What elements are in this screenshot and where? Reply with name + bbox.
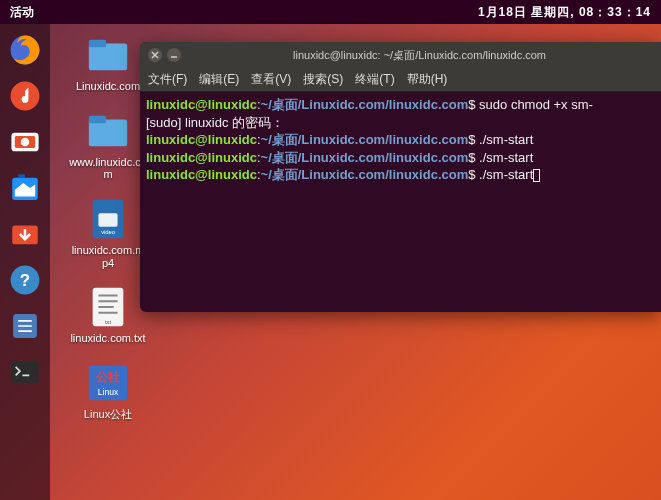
text-file-icon: txt bbox=[85, 284, 131, 330]
menu-search[interactable]: 搜索(S) bbox=[303, 71, 343, 88]
camera-icon[interactable] bbox=[5, 122, 45, 162]
svg-text:公社: 公社 bbox=[95, 370, 120, 383]
svg-rect-16 bbox=[98, 213, 117, 226]
todo-icon[interactable] bbox=[5, 306, 45, 346]
icon-label: linuxidc.com.txt bbox=[70, 332, 145, 345]
menu-terminal[interactable]: 终端(T) bbox=[355, 71, 394, 88]
menu-file[interactable]: 文件(F) bbox=[148, 71, 187, 88]
software-icon[interactable] bbox=[5, 214, 45, 254]
desktop-file-mp4[interactable]: video linuxidc.com.mp4 bbox=[68, 196, 148, 269]
top-bar: 活动 1月18日 星期四, 08：33：14 bbox=[0, 0, 661, 24]
terminal-line: linuxidc@linuxidc:~/桌面/Linuxidc.com/linu… bbox=[146, 131, 655, 149]
clock[interactable]: 1月18日 星期四, 08：33：14 bbox=[478, 4, 651, 21]
files-icon[interactable] bbox=[5, 168, 45, 208]
svg-rect-12 bbox=[89, 40, 106, 48]
terminal-body[interactable]: linuxidc@linuxidc:~/桌面/Linuxidc.com/linu… bbox=[140, 92, 661, 188]
music-icon[interactable] bbox=[5, 76, 45, 116]
desktop[interactable]: Linuxidc.com www.linuxidc.com video linu… bbox=[50, 24, 661, 500]
activities-button[interactable]: 活动 bbox=[10, 4, 34, 21]
svg-rect-13 bbox=[89, 119, 127, 146]
desktop-folder-linuxidc[interactable]: Linuxidc.com bbox=[68, 32, 148, 93]
svg-text:txt: txt bbox=[105, 319, 111, 325]
icon-label: Linux公社 bbox=[84, 408, 132, 421]
terminal-titlebar[interactable]: linuxidc@linuxidc: ~/桌面/Linuxidc.com/lin… bbox=[140, 42, 661, 68]
video-file-icon: video bbox=[85, 196, 131, 242]
desktop-icons-column: Linuxidc.com www.linuxidc.com video linu… bbox=[68, 32, 148, 420]
svg-rect-14 bbox=[89, 115, 106, 123]
terminal-line: [sudo] linuxidc 的密码： bbox=[146, 114, 655, 132]
terminal-title: linuxidc@linuxidc: ~/桌面/Linuxidc.com/lin… bbox=[186, 48, 653, 63]
firefox-icon[interactable] bbox=[5, 30, 45, 70]
terminal-line: linuxidc@linuxidc:~/桌面/Linuxidc.com/linu… bbox=[146, 149, 655, 167]
folder-icon bbox=[85, 32, 131, 78]
terminal-line: linuxidc@linuxidc:~/桌面/Linuxidc.com/linu… bbox=[146, 166, 655, 184]
icon-label: linuxidc.com.mp4 bbox=[69, 244, 147, 269]
svg-text:?: ? bbox=[20, 271, 30, 290]
terminal-menubar: 文件(F) 编辑(E) 查看(V) 搜索(S) 终端(T) 帮助(H) bbox=[140, 68, 661, 92]
terminal-window[interactable]: linuxidc@linuxidc: ~/桌面/Linuxidc.com/lin… bbox=[140, 42, 661, 312]
menu-help[interactable]: 帮助(H) bbox=[407, 71, 448, 88]
svg-point-4 bbox=[21, 138, 30, 147]
svg-rect-11 bbox=[89, 44, 127, 71]
svg-text:video: video bbox=[101, 229, 115, 235]
close-icon[interactable] bbox=[148, 48, 162, 62]
desktop-file-linuxgongshe[interactable]: 公社Linux Linux公社 bbox=[68, 360, 148, 421]
icon-label: www.linuxidc.com bbox=[69, 156, 147, 181]
terminal-line: linuxidc@linuxidc:~/桌面/Linuxidc.com/linu… bbox=[146, 96, 655, 114]
menu-edit[interactable]: 编辑(E) bbox=[199, 71, 239, 88]
folder-icon bbox=[85, 108, 131, 154]
desktop-folder-www[interactable]: www.linuxidc.com bbox=[68, 108, 148, 181]
svg-rect-10 bbox=[11, 361, 38, 383]
desktop-file-txt[interactable]: txt linuxidc.com.txt bbox=[68, 284, 148, 345]
menu-view[interactable]: 查看(V) bbox=[251, 71, 291, 88]
minimize-icon[interactable] bbox=[167, 48, 181, 62]
svg-text:Linux: Linux bbox=[98, 386, 119, 396]
terminal-icon[interactable] bbox=[5, 352, 45, 392]
help-icon[interactable]: ? bbox=[5, 260, 45, 300]
image-file-icon: 公社Linux bbox=[85, 360, 131, 406]
icon-label: Linuxidc.com bbox=[76, 80, 140, 93]
cursor-icon bbox=[533, 169, 540, 182]
launcher-dock: ? bbox=[0, 24, 50, 500]
